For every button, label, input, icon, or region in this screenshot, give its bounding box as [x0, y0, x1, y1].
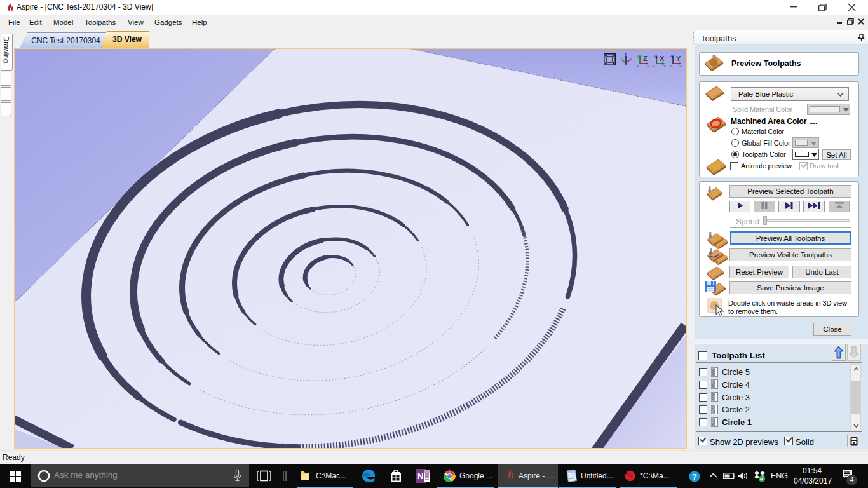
svg-text:X: X [660, 55, 665, 62]
svg-text:x: x [647, 64, 649, 67]
svg-text:y: y [637, 54, 639, 58]
svg-text:Y: Y [676, 55, 681, 62]
svg-text:z: z [654, 53, 656, 57]
svg-text:y: y [621, 57, 623, 60]
svg-text:y: y [663, 64, 665, 67]
svg-text:x: x [630, 57, 632, 60]
svg-text:x: x [680, 64, 682, 67]
svg-text:x: x [653, 64, 655, 67]
svg-text:N: N [417, 471, 423, 481]
svg-text:z: z [670, 53, 672, 57]
svg-text:Z: Z [643, 55, 648, 62]
svg-text:y: y [670, 64, 672, 67]
svg-text:z: z [625, 52, 627, 57]
svg-text:z: z [637, 64, 639, 67]
svg-text:?: ? [692, 473, 697, 482]
